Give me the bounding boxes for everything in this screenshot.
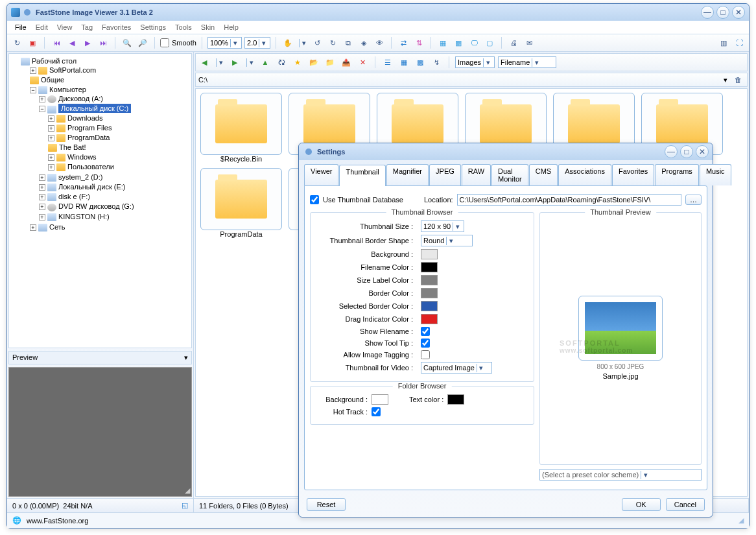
folder-tree[interactable]: Рабочий стол +SoftPortal.com Общие −Комп…: [8, 53, 192, 348]
zoom-in-icon[interactable]: 🔍: [121, 36, 134, 49]
path-bar[interactable]: C:\ ▾ 🗑: [195, 73, 748, 87]
settings-close-button[interactable]: ✕: [696, 145, 709, 158]
crop-icon[interactable]: ⧉: [342, 36, 355, 49]
eye-icon[interactable]: 👁: [373, 36, 386, 49]
grip-icon[interactable]: ◢: [738, 516, 744, 525]
menu-tag[interactable]: Tag: [77, 22, 97, 32]
forward-icon[interactable]: ▶: [228, 56, 241, 69]
menu-file[interactable]: File: [11, 22, 30, 32]
show-tooltip-checkbox[interactable]: [421, 339, 430, 348]
up-icon[interactable]: ▲: [259, 56, 272, 69]
menu-help[interactable]: Help: [220, 22, 242, 32]
settings-maximize-button[interactable]: □: [680, 145, 693, 158]
allow-tagging-checkbox[interactable]: [421, 350, 430, 359]
hand-tool-icon[interactable]: ✋: [281, 36, 294, 49]
tab-music[interactable]: Music: [700, 164, 731, 185]
filter-select[interactable]: Images▾: [455, 56, 495, 68]
bg-color-swatch[interactable]: [421, 249, 438, 259]
settings-minimize-button[interactable]: —: [665, 145, 678, 158]
tab-raw[interactable]: RAW: [462, 164, 491, 185]
minimize-button[interactable]: —: [701, 6, 714, 19]
selected-tree-item[interactable]: Локальный диск (C:): [58, 104, 131, 113]
refresh-icon[interactable]: ↻: [10, 36, 23, 49]
fit-icon[interactable]: ◱: [182, 501, 188, 510]
maximize-button[interactable]: □: [716, 6, 729, 19]
dic-color-swatch[interactable]: [421, 314, 438, 324]
rotate-right-icon[interactable]: ↻: [326, 36, 339, 49]
settings-dialog[interactable]: Settings — □ ✕ Viewer Thumbnail Magnifie…: [298, 143, 713, 517]
thumb-large-icon[interactable]: ▩: [452, 36, 465, 49]
tab-cms[interactable]: CMS: [529, 164, 558, 185]
bc-color-swatch[interactable]: [421, 288, 438, 298]
browse-button[interactable]: …: [685, 195, 702, 205]
fb-bg-swatch[interactable]: [372, 394, 388, 405]
delete-icon[interactable]: ✕: [356, 56, 369, 69]
menu-settings[interactable]: Settings: [136, 22, 170, 32]
thumb-view-icon[interactable]: ▦: [397, 56, 410, 69]
video-thumb-select[interactable]: Captured Image▾: [421, 362, 492, 374]
prev-icon[interactable]: ◀: [65, 36, 78, 49]
reset-button[interactable]: Reset: [307, 498, 346, 511]
panel-layout-icon[interactable]: ▥: [717, 36, 730, 49]
rotate-left-icon[interactable]: ↺: [311, 36, 324, 49]
menu-skin[interactable]: Skin: [197, 22, 219, 32]
show-filename-checkbox[interactable]: [421, 327, 430, 336]
smooth-checkbox[interactable]: [160, 38, 169, 47]
resize-grip-icon[interactable]: ◢: [185, 486, 190, 495]
hot-track-checkbox[interactable]: [372, 407, 381, 416]
thumb-item[interactable]: ProgramData: [200, 168, 283, 238]
menu-favorites[interactable]: Favorites: [98, 22, 135, 32]
cancel-button[interactable]: Cancel: [666, 498, 705, 511]
use-db-checkbox[interactable]: [310, 195, 319, 204]
first-icon[interactable]: ⏮: [50, 36, 63, 49]
sort-select[interactable]: Filename▾: [498, 56, 556, 68]
fb-txt-swatch[interactable]: [447, 394, 464, 405]
stop-icon[interactable]: ▣: [26, 36, 39, 49]
zoom2-select[interactable]: 2.0▾: [244, 37, 270, 49]
settings-titlebar[interactable]: Settings — □ ✕: [299, 143, 713, 160]
fullscreen-icon[interactable]: ⛶: [733, 36, 746, 49]
collapse-icon[interactable]: −: [30, 87, 36, 93]
preview-dropdown-icon[interactable]: ▾: [184, 353, 188, 362]
path-dropdown-icon[interactable]: ▾: [724, 76, 727, 84]
border-shape-select[interactable]: Round▾: [421, 235, 473, 246]
tab-favorites[interactable]: Favorites: [612, 164, 654, 185]
print-icon[interactable]: 🖨: [507, 36, 520, 49]
menu-tools[interactable]: Tools: [171, 22, 196, 32]
new-folder-icon[interactable]: 📁: [324, 56, 337, 69]
back-icon[interactable]: ◀: [198, 56, 211, 69]
last-icon[interactable]: ⏭: [97, 36, 110, 49]
tab-viewer[interactable]: Viewer: [304, 164, 338, 185]
tab-associations[interactable]: Associations: [558, 164, 611, 185]
menu-view[interactable]: View: [53, 22, 77, 32]
zoom-out-icon[interactable]: 🔎: [136, 36, 149, 49]
hand-tool-dropdown[interactable]: ▾: [299, 39, 308, 47]
sbc-color-swatch[interactable]: [421, 301, 438, 311]
flip-h-icon[interactable]: ⇄: [397, 36, 410, 49]
main-titlebar[interactable]: FastStone Image Viewer 3.1 Beta 2 — □ ✕: [7, 4, 749, 21]
tab-jpeg[interactable]: JPEG: [429, 164, 461, 185]
thumb-size-select[interactable]: 120 x 90▾: [421, 220, 464, 232]
resize-icon[interactable]: ◈: [357, 36, 370, 49]
tag-filter-icon[interactable]: ↯: [430, 56, 443, 69]
trash-icon[interactable]: 🗑: [731, 73, 744, 86]
tab-magnifier[interactable]: Magnifier: [386, 164, 429, 185]
menu-edit[interactable]: Edit: [32, 22, 52, 32]
tab-dualmonitor[interactable]: Dual Monitor: [491, 164, 528, 185]
export-icon[interactable]: 📤: [340, 56, 353, 69]
slideshow-icon[interactable]: ▢: [483, 36, 496, 49]
expand-icon[interactable]: +: [30, 67, 36, 74]
zoom-select[interactable]: 100%▾: [207, 37, 242, 49]
thumb-item[interactable]: $Recycle.Bin: [200, 93, 283, 163]
email-icon[interactable]: ✉: [523, 36, 536, 49]
fn-color-swatch[interactable]: [421, 262, 438, 272]
tab-thumbnail[interactable]: Thumbnail: [339, 165, 385, 186]
close-button[interactable]: ✕: [732, 6, 745, 19]
sl-color-swatch[interactable]: [421, 275, 438, 285]
location-input[interactable]: [457, 194, 681, 206]
color-scheme-select[interactable]: (Select a preset color scheme)▾: [539, 469, 702, 481]
refresh2-icon[interactable]: 🗘: [275, 56, 288, 69]
screen-icon[interactable]: 🖵: [467, 36, 480, 49]
website-link[interactable]: www.FastStone.org: [27, 517, 88, 525]
tab-programs[interactable]: Programs: [655, 164, 699, 185]
